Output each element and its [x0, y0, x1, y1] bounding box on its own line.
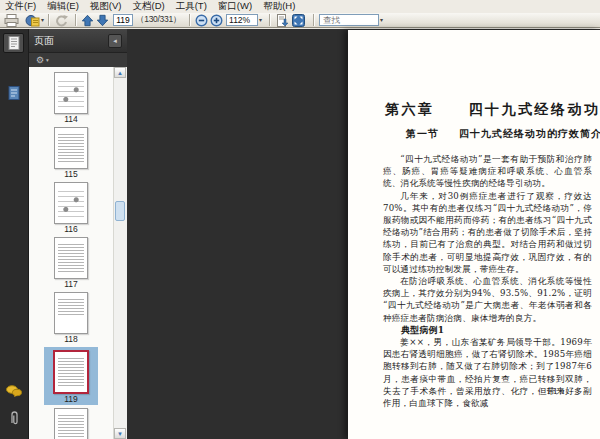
- body-paragraph: 在防治呼吸系统、心血管系统、消化系统等慢性疾病上，其疗效分别为94%、93.5%…: [383, 275, 592, 324]
- thumbnail-label: 118: [64, 335, 78, 344]
- previous-page-button[interactable]: [81, 13, 94, 27]
- thumbnail-image: [54, 237, 88, 279]
- pages-panel-tab[interactable]: [3, 33, 24, 53]
- zoom-out-button[interactable]: [195, 13, 208, 27]
- thumbnail-page-119-selected[interactable]: 119: [44, 347, 98, 405]
- menu-file[interactable]: 文件(F): [5, 0, 36, 13]
- fullscreen-button[interactable]: [292, 13, 305, 27]
- collaborate-button[interactable]: ▾: [25, 13, 44, 27]
- chapter-label: 第六章: [385, 101, 435, 119]
- scroll-up-arrow-icon[interactable]: ▲: [114, 67, 126, 78]
- paperclip-icon: [8, 410, 20, 425]
- scrollbar-thumb[interactable]: [115, 201, 125, 221]
- scrolling-page-icon: [275, 14, 289, 27]
- thumbnail-label: 116: [64, 225, 78, 234]
- thumbnail-page-115[interactable]: 115: [54, 127, 88, 179]
- scroll-down-arrow-icon[interactable]: ▼: [114, 428, 126, 439]
- chapter-title: 四十九式经络动功: [469, 101, 600, 119]
- collaborate-dropdown-caret-icon[interactable]: ▾: [41, 13, 44, 27]
- comments-panel-tab[interactable]: [3, 381, 24, 401]
- toolbar-separator: [189, 14, 191, 26]
- page-number-input[interactable]: [113, 14, 133, 26]
- pdf-reader-window: 文件(F) 编辑(E) 视图(V) 文档(D) 工具(T) 窗口(W) 帮助(H…: [0, 0, 600, 439]
- gear-icon[interactable]: ⚙: [36, 54, 44, 66]
- thumbnail-label: 119: [64, 395, 78, 404]
- body-paragraph: 几年来，对30例癌症患者进行了观察，疗效达70%。其中有的患者仅练习“四十九式经…: [383, 190, 592, 275]
- thumbnail-image: [54, 72, 88, 114]
- page-body-text: “四十九式经络动功”是一套有助于预防和治疗肺癌、肠癌、胃癌等疑难病症和呼吸系统、…: [383, 153, 592, 409]
- zoom-in-button[interactable]: [210, 13, 223, 27]
- thumbnail-page-118[interactable]: 118: [54, 292, 88, 344]
- zoom-dropdown-caret-icon[interactable]: ▾: [259, 13, 262, 27]
- pages-icon: [8, 36, 20, 50]
- pages-panel-options-bar: ⚙ ▾: [29, 53, 127, 68]
- navigation-pane-strip: [0, 29, 29, 439]
- zoom-in-icon: [210, 14, 223, 27]
- pages-panel-title: 页面: [34, 34, 108, 48]
- attachments-panel-tab[interactable]: [3, 407, 24, 427]
- find-input[interactable]: [319, 14, 379, 26]
- document-page[interactable]: 第六章 四十九式经络动功 第一节 四十九式经络动功的疗效简介 “四十九式经络动功…: [348, 30, 600, 439]
- menu-help[interactable]: 帮助(H): [263, 0, 295, 13]
- bookmarks-panel-tab[interactable]: [3, 83, 24, 103]
- menu-document[interactable]: 文档(D): [132, 0, 164, 13]
- thumbnail-image: [53, 350, 89, 394]
- toolbar: ▾ （130: [0, 13, 600, 28]
- comments-icon: [6, 385, 22, 397]
- thumbnail-page-117[interactable]: 117: [54, 237, 88, 289]
- thumbnail-image: [54, 408, 88, 439]
- previous-view-button-disabled: [54, 13, 69, 27]
- body-paragraph: 姜××，男，山东省某矿务局领导干部。1969年因患右肾透明细胞癌，做了右肾切除术…: [383, 336, 592, 409]
- toolbar-separator: [48, 14, 50, 26]
- body-paragraph: “四十九式经络动功”是一套有助于预防和治疗肺癌、肠癌、胃癌等疑难病症和呼吸系统、…: [383, 153, 592, 190]
- document-workspace: 页面 ◄ ⚙ ▾ 114 115: [0, 29, 600, 439]
- thumbnail-image: [54, 127, 88, 169]
- pages-panel-header: 页面 ◄: [29, 29, 127, 53]
- menu-edit[interactable]: 编辑(E): [47, 0, 79, 13]
- options-caret-icon[interactable]: ▾: [46, 57, 49, 63]
- print-button[interactable]: [4, 13, 19, 27]
- section-title: 四十九式经络动功的疗效简介: [459, 127, 600, 141]
- pages-panel: 页面 ◄ ⚙ ▾ 114 115: [29, 29, 127, 439]
- page-count-label: （130/331）: [136, 14, 181, 26]
- toolbar-separator: [269, 14, 271, 26]
- arrow-up-icon: [81, 14, 94, 27]
- section-title-line: 第一节 四十九式经络动功的疗效简介: [406, 127, 600, 141]
- fullscreen-icon: [292, 14, 305, 27]
- chapter-title-line: 第六章 四十九式经络动功: [385, 101, 600, 119]
- printer-icon: [4, 14, 19, 27]
- thumbnail-label: 117: [64, 280, 78, 289]
- scrolling-mode-button[interactable]: [275, 13, 289, 27]
- previous-view-icon: [54, 14, 69, 27]
- page-number-label: · 119 ·: [538, 387, 574, 396]
- arrow-down-icon: [96, 14, 109, 27]
- next-page-button[interactable]: [96, 13, 109, 27]
- thumbnail-list: 114 115 116 117: [29, 67, 127, 439]
- find-dropdown-caret-icon[interactable]: ▾: [380, 13, 383, 27]
- menu-tools[interactable]: 工具(T): [176, 0, 207, 13]
- toolbar-separator: [75, 14, 77, 26]
- thumbnail-label: 114: [64, 115, 78, 124]
- zoom-out-icon: [195, 14, 208, 27]
- thumbnail-label: 115: [64, 170, 78, 179]
- thumbnail-page-120[interactable]: 120: [54, 408, 88, 439]
- thumbnail-image: [54, 292, 88, 334]
- menu-bar: 文件(F) 编辑(E) 视图(V) 文档(D) 工具(T) 窗口(W) 帮助(H…: [0, 0, 600, 13]
- thumbnail-image: [54, 182, 88, 224]
- menu-window[interactable]: 窗口(W): [218, 0, 252, 13]
- toolbar-separator: [313, 14, 315, 26]
- collaborate-icon: [25, 14, 40, 27]
- thumbnail-page-116[interactable]: 116: [54, 182, 88, 234]
- bookmarks-icon: [8, 86, 20, 100]
- thumbnail-page-114[interactable]: 114: [54, 72, 88, 124]
- section-label: 第一节: [406, 127, 439, 141]
- thumbnail-scrollbar[interactable]: ▲ ▼: [113, 67, 127, 439]
- menu-view[interactable]: 视图(V): [90, 0, 122, 13]
- panel-collapse-button[interactable]: ◄: [108, 34, 122, 48]
- case-heading: 典型病例1: [383, 324, 592, 336]
- zoom-level-combobox[interactable]: 112%: [226, 14, 258, 26]
